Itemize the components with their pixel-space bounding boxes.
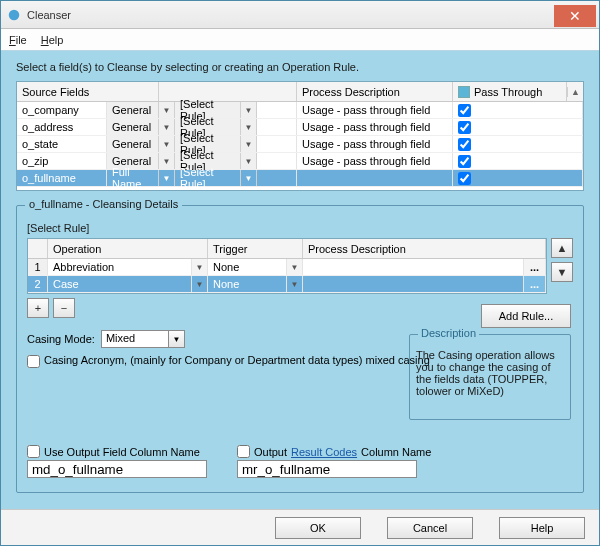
pass-through-checkbox[interactable] (458, 172, 471, 185)
cancel-button[interactable]: Cancel (387, 517, 473, 539)
operation-row[interactable]: 1Abbreviation▼None▼... (28, 259, 546, 276)
use-output-checkbox[interactable] (27, 445, 40, 458)
field-type: General (107, 119, 159, 135)
casing-mode-combo[interactable]: Mixed ▼ (101, 330, 185, 348)
chevron-down-icon: ▼ (172, 335, 180, 344)
header-row-idx (28, 239, 48, 258)
pass-through-checkbox[interactable] (458, 104, 471, 117)
field-type-dropdown[interactable]: ▼ (159, 153, 175, 169)
source-row[interactable]: o_stateGeneral▼[Select Rule]▼Usage - pas… (17, 136, 583, 153)
casing-acronym-checkbox[interactable] (27, 355, 40, 368)
source-fields-grid: Source Fields Process Description Pass T… (16, 81, 584, 191)
chevron-down-icon: ▼ (245, 140, 253, 149)
select-rule-label: [Select Rule] (27, 222, 573, 234)
field-process-desc: Usage - pass through field (297, 136, 453, 152)
header-pass-through-label: Pass Through (474, 86, 542, 98)
result-codes-input[interactable] (237, 460, 417, 478)
instruction-text: Select a field(s) to Cleanse by selectin… (16, 61, 584, 73)
plus-icon: + (35, 302, 41, 314)
field-pass-through (453, 102, 583, 118)
use-output-input[interactable] (27, 460, 207, 478)
pass-through-checkbox[interactable] (458, 138, 471, 151)
field-pass-through (453, 153, 583, 169)
pass-through-header-checkbox[interactable] (458, 86, 470, 98)
casing-mode-dropdown[interactable]: ▼ (169, 330, 185, 348)
title-bar: Cleanser ✕ (1, 1, 599, 29)
source-row[interactable]: o_addressGeneral▼[Select Rule]▼Usage - p… (17, 119, 583, 136)
field-process-desc: Usage - pass through field (297, 153, 453, 169)
field-rule-dropdown[interactable]: ▼ (241, 119, 257, 135)
scroll-up-icon[interactable]: ▲ (567, 87, 583, 97)
move-up-button[interactable]: ▲ (551, 238, 573, 258)
casing-acronym-label: Casing Acronym, (mainly for Company or D… (44, 354, 430, 366)
help-button[interactable]: Help (499, 517, 585, 539)
header-process-desc[interactable]: Process Description (303, 239, 546, 258)
header-source-fields[interactable]: Source Fields (17, 82, 159, 101)
trigger-dropdown[interactable]: ▼ (287, 276, 303, 292)
field-process-desc: Usage - pass through field (297, 119, 453, 135)
field-name: o_company (17, 102, 107, 118)
group-title: o_fullname - Cleansing Details (25, 198, 182, 210)
operation-row[interactable]: 2Case▼None▼... (28, 276, 546, 293)
field-type-dropdown[interactable]: ▼ (159, 119, 175, 135)
field-name: o_zip (17, 153, 107, 169)
output-result-col: Output Result Codes Column Name (237, 445, 431, 478)
operation-dropdown[interactable]: ▼ (192, 276, 208, 292)
field-rule-dropdown[interactable]: ▼ (241, 102, 257, 118)
field-type-dropdown[interactable]: ▼ (159, 102, 175, 118)
field-process-desc (297, 170, 453, 186)
casing-mode-value: Mixed (101, 330, 169, 348)
row-more-button[interactable]: ... (524, 259, 546, 275)
chevron-down-icon: ▼ (163, 123, 171, 132)
menu-help[interactable]: Help (41, 34, 64, 46)
field-type-dropdown[interactable]: ▼ (159, 136, 175, 152)
cleanser-window: Cleanser ✕ File Help Select a field(s) t… (0, 0, 600, 546)
operation-dropdown[interactable]: ▼ (192, 259, 208, 275)
output-use-col: Use Output Field Column Name (27, 445, 207, 478)
operation-value: Abbreviation (48, 259, 192, 275)
field-rule-dropdown[interactable]: ▼ (241, 170, 257, 186)
chevron-down-icon: ▼ (291, 263, 299, 272)
result-codes-checkbox[interactable] (237, 445, 250, 458)
field-rule-dropdown[interactable]: ▼ (241, 136, 257, 152)
field-type: Full Name (107, 170, 159, 186)
close-button[interactable]: ✕ (554, 5, 596, 27)
description-body: The Casing operation allows you to chang… (416, 349, 555, 397)
operation-header: Operation Trigger Process Description (28, 239, 546, 259)
operation-grid-wrap: Operation Trigger Process Description 1A… (27, 238, 573, 294)
pass-through-checkbox[interactable] (458, 155, 471, 168)
row-more-button[interactable]: ... (524, 276, 546, 292)
operation-desc (303, 259, 524, 275)
menu-file[interactable]: File (9, 34, 27, 46)
field-type-dropdown[interactable]: ▼ (159, 170, 175, 186)
field-name: o_address (17, 119, 107, 135)
ok-button[interactable]: OK (275, 517, 361, 539)
header-process-description[interactable]: Process Description (297, 82, 453, 101)
operation-desc (303, 276, 524, 292)
cleansing-details-group: o_fullname - Cleansing Details [Select R… (16, 205, 584, 493)
pass-through-checkbox[interactable] (458, 121, 471, 134)
header-pass-through[interactable]: Pass Through (453, 82, 567, 101)
source-row[interactable]: o_zipGeneral▼[Select Rule]▼Usage - pass … (17, 153, 583, 170)
chevron-down-icon: ▼ (291, 280, 299, 289)
chevron-down-icon: ▼ (163, 140, 171, 149)
move-down-button[interactable]: ▼ (551, 262, 573, 282)
grid-header: Source Fields Process Description Pass T… (17, 82, 583, 102)
chevron-down-icon: ▼ (163, 157, 171, 166)
chevron-down-icon: ▼ (163, 174, 171, 183)
operation-value: Case (48, 276, 192, 292)
add-row-button[interactable]: + (27, 298, 49, 318)
header-trigger[interactable]: Trigger (208, 239, 303, 258)
add-rule-button[interactable]: Add Rule... (481, 304, 571, 328)
trigger-dropdown[interactable]: ▼ (287, 259, 303, 275)
result-codes-link[interactable]: Result Codes (291, 446, 357, 458)
header-operation[interactable]: Operation (48, 239, 208, 258)
result-label-prefix: Output (254, 446, 287, 458)
menu-bar: File Help (1, 29, 599, 51)
field-name: o_state (17, 136, 107, 152)
arrow-up-icon: ▲ (557, 242, 568, 254)
source-row[interactable]: o_companyGeneral▼[Select Rule]▼Usage - p… (17, 102, 583, 119)
remove-row-button[interactable]: − (53, 298, 75, 318)
source-row[interactable]: o_fullnameFull Name▼[Select Rule]▼ (17, 170, 583, 187)
field-rule-dropdown[interactable]: ▼ (241, 153, 257, 169)
